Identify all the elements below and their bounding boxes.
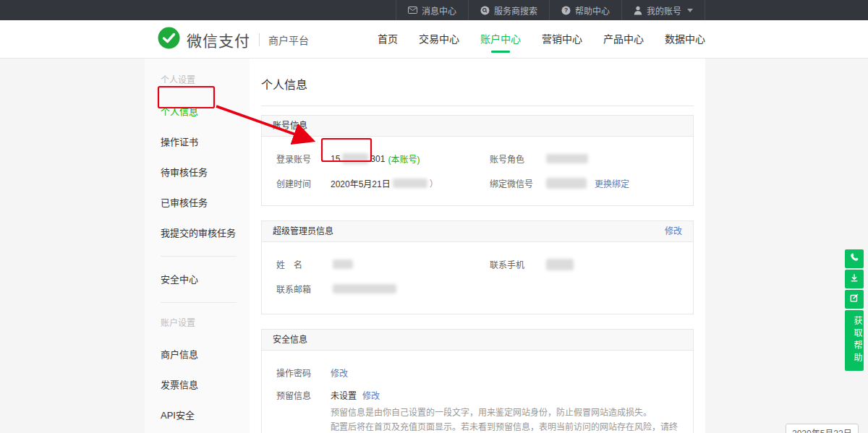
redacted-admin-name — [333, 260, 353, 269]
created-time-value: 2020年5月21日 ） — [331, 177, 438, 189]
page-title: 个人信息 — [261, 75, 694, 93]
sidebar-item-invoice-info[interactable]: 发票信息 — [161, 375, 250, 395]
sidebar-item-my-submitted-tasks[interactable]: 我提交的审核任务 — [161, 223, 250, 243]
sidebar-item-security-center[interactable]: 安全中心 — [161, 270, 250, 289]
login-account-label: 登录账号 — [276, 153, 331, 165]
sidebar-item-reviewed-tasks[interactable]: 已审核任务 — [161, 193, 250, 213]
sidebar-item-operation-certificate[interactable]: 操作证书 — [161, 132, 250, 152]
account-role-value — [544, 154, 590, 163]
nav-item-product-center[interactable]: 产品中心 — [603, 20, 644, 59]
super-admin-card: 超级管理员信息 修改 姓 名 联系手机 — [261, 220, 694, 314]
current-account-tag: (本账号) — [388, 153, 420, 165]
nav-item-transaction-center[interactable]: 交易中心 — [419, 20, 459, 59]
super-admin-card-title: 超级管理员信息 — [273, 221, 333, 241]
redacted-contact-email — [333, 284, 396, 293]
redacted-account-role — [546, 154, 588, 163]
topbar: 消息中心 服务商搜索 ? 帮助中心 我的账号 — [0, 0, 868, 20]
redacted-contact-phone — [546, 259, 574, 270]
redacted-created-time — [393, 179, 427, 188]
security-info-card: 安全信息 操作密码 修改 预留信息 — [261, 329, 694, 433]
super-admin-edit-link[interactable]: 修改 — [665, 221, 682, 241]
contact-phone-value — [544, 259, 576, 270]
download-icon — [849, 273, 859, 286]
svg-text:?: ? — [564, 7, 568, 14]
search-icon — [480, 6, 490, 15]
topbar-item-label: 服务商搜索 — [494, 4, 537, 17]
wechat-pay-logo-icon — [158, 27, 180, 52]
sidebar-item-pending-review-tasks[interactable]: 待审核任务 — [161, 163, 250, 182]
mail-icon — [408, 7, 417, 14]
phone-icon — [849, 252, 859, 265]
main-panel: 个人信息 账号信息 登录账号 15 301 ( — [250, 59, 705, 433]
reserved-info-label: 预留信息 — [276, 389, 331, 401]
login-account-value: 15 301 (本账号) — [331, 153, 420, 165]
nav-item-marketing-center[interactable]: 营销中心 — [542, 20, 582, 59]
nav-item-home[interactable]: 首页 — [378, 20, 398, 59]
admin-name-label: 姓 名 — [276, 258, 331, 270]
help-icon: ? — [561, 6, 571, 15]
security-info-card-title: 安全信息 — [273, 330, 307, 350]
sidebar-divider — [161, 302, 237, 303]
sidebar-item-personal-info[interactable]: 个人信息 — [161, 102, 250, 121]
admin-name-value — [331, 260, 355, 269]
contact-email-label: 联系邮箱 — [276, 283, 331, 295]
feedback-edit-icon — [849, 293, 859, 306]
nav-item-data-center[interactable]: 数据中心 — [665, 20, 705, 59]
sidebar-item-merchant-info[interactable]: 商户信息 — [161, 345, 250, 364]
brand-name: 微信支付 — [187, 29, 250, 51]
date-chip: 2020年5月22日 — [786, 424, 859, 433]
topbar-item-my-account[interactable]: 我的账号 — [621, 0, 705, 20]
contact-phone-label: 联系手机 — [490, 258, 544, 270]
sidebar-item-api-security[interactable]: API安全 — [161, 406, 250, 425]
header: 微信支付 商户平台 首页 交易中心 账户中心 营销中心 产品中心 数据中心 — [0, 20, 868, 59]
created-time-label: 创建时间 — [276, 177, 331, 189]
operation-password-label: 操作密码 — [276, 366, 331, 379]
topbar-item-help-center[interactable]: ? 帮助中心 — [549, 0, 621, 20]
chevron-down-icon — [687, 9, 693, 12]
contact-email-value — [331, 284, 399, 293]
user-icon — [634, 6, 642, 15]
reserved-info-edit-link[interactable]: 修改 — [362, 389, 380, 401]
redacted-login-middle — [342, 153, 368, 164]
topbar-item-provider-search[interactable]: 服务商搜索 — [468, 0, 549, 20]
sidebar-divider — [161, 256, 237, 257]
nav-item-account-center[interactable]: 账户中心 — [480, 20, 521, 59]
sidebar: 个人设置 个人信息 操作证书 待审核任务 已审核任务 我提交的审核任务 安全中心… — [145, 59, 250, 433]
bound-wechat-value: 更换绑定 — [544, 177, 629, 189]
sidebar-group-title-account: 账户设置 — [161, 316, 250, 328]
operation-password-edit-link[interactable]: 修改 — [331, 366, 348, 379]
reserved-info-status: 未设置 — [331, 389, 357, 401]
brand[interactable]: 微信支付 商户平台 — [158, 27, 309, 52]
main-nav: 首页 交易中心 账户中心 营销中心 产品中心 数据中心 — [357, 20, 705, 59]
topbar-item-messages[interactable]: 消息中心 — [396, 0, 468, 20]
account-role-label: 账号角色 — [490, 153, 544, 165]
feedback-button[interactable] — [845, 290, 864, 309]
topbar-item-label: 消息中心 — [422, 4, 456, 17]
get-help-button[interactable]: 获取帮助 — [845, 310, 864, 371]
brand-platform: 商户平台 — [268, 33, 309, 47]
title-divider — [261, 106, 694, 106]
account-info-card-title: 账号信息 — [273, 116, 307, 136]
topbar-item-label: 帮助中心 — [575, 4, 610, 17]
topbar-item-label: 我的账号 — [647, 4, 681, 17]
account-info-card: 账号信息 登录账号 15 301 (本账号) — [261, 115, 694, 206]
brand-divider — [259, 33, 260, 46]
rebind-link[interactable]: 更换绑定 — [595, 177, 629, 189]
reserved-info-description: 预留信息是由你自己设置的一段文字，用来鉴定网站身份，防止假冒网站造成损失。 配置… — [331, 406, 678, 433]
hotline-button[interactable] — [845, 249, 864, 268]
redacted-wechat-id — [546, 178, 587, 189]
sidebar-group-title-personal: 个人设置 — [161, 73, 250, 85]
bound-wechat-label: 绑定微信号 — [490, 177, 544, 189]
float-help-widget: 获取帮助 — [845, 249, 864, 371]
download-button[interactable] — [845, 270, 864, 288]
